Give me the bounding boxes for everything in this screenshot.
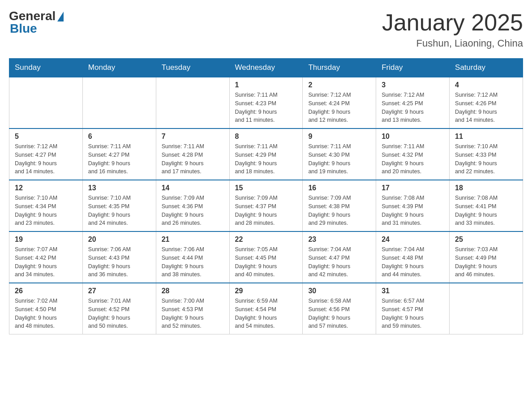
day-info: Sunrise: 7:06 AM Sunset: 4:43 PM Dayligh… [88,245,150,279]
calendar-day-cell [9,77,83,128]
calendar-day-cell: 3Sunrise: 7:12 AM Sunset: 4:25 PM Daylig… [376,77,450,128]
calendar-day-cell: 10Sunrise: 7:11 AM Sunset: 4:32 PM Dayli… [376,128,450,180]
calendar-day-cell: 14Sunrise: 7:09 AM Sunset: 4:36 PM Dayli… [156,180,229,231]
day-info: Sunrise: 7:04 AM Sunset: 4:47 PM Dayligh… [308,245,370,279]
calendar-day-cell: 7Sunrise: 7:11 AM Sunset: 4:28 PM Daylig… [156,128,229,180]
day-info: Sunrise: 7:02 AM Sunset: 4:50 PM Dayligh… [15,297,77,330]
day-info: Sunrise: 7:11 AM Sunset: 4:29 PM Dayligh… [235,142,297,176]
calendar-day-cell: 6Sunrise: 7:11 AM Sunset: 4:27 PM Daylig… [82,128,156,180]
day-info: Sunrise: 7:09 AM Sunset: 4:37 PM Dayligh… [235,194,297,227]
day-number: 19 [15,235,77,244]
day-number: 12 [15,184,77,192]
column-header-wednesday: Wednesday [229,59,303,77]
column-header-thursday: Thursday [303,59,376,77]
calendar-day-cell: 19Sunrise: 7:07 AM Sunset: 4:42 PM Dayli… [9,231,83,283]
day-info: Sunrise: 6:58 AM Sunset: 4:56 PM Dayligh… [308,297,370,330]
day-info: Sunrise: 7:06 AM Sunset: 4:44 PM Dayligh… [162,245,224,279]
day-info: Sunrise: 7:10 AM Sunset: 4:33 PM Dayligh… [455,142,517,176]
day-info: Sunrise: 7:08 AM Sunset: 4:41 PM Dayligh… [455,194,517,227]
day-info: Sunrise: 7:12 AM Sunset: 4:24 PM Dayligh… [308,91,370,124]
day-number: 1 [235,81,297,89]
day-info: Sunrise: 7:11 AM Sunset: 4:32 PM Dayligh… [382,142,444,176]
day-number: 20 [88,235,150,244]
day-number: 21 [162,235,224,244]
day-number: 17 [382,184,444,192]
day-number: 29 [235,287,297,295]
calendar-day-cell: 31Sunrise: 6:57 AM Sunset: 4:57 PM Dayli… [376,283,450,334]
title-block: January 2025 Fushun, Liaoning, China [382,9,523,49]
day-number: 4 [455,81,517,89]
day-info: Sunrise: 7:08 AM Sunset: 4:39 PM Dayligh… [382,194,444,227]
column-header-monday: Monday [82,59,156,77]
day-info: Sunrise: 7:11 AM Sunset: 4:27 PM Dayligh… [88,142,150,176]
day-number: 25 [455,235,517,244]
day-info: Sunrise: 7:09 AM Sunset: 4:36 PM Dayligh… [162,194,224,227]
calendar-day-cell: 5Sunrise: 7:12 AM Sunset: 4:27 PM Daylig… [9,128,83,180]
day-info: Sunrise: 7:10 AM Sunset: 4:34 PM Dayligh… [15,194,77,227]
day-info: Sunrise: 7:11 AM Sunset: 4:28 PM Dayligh… [162,142,224,176]
logo-triangle-icon [57,12,64,21]
column-header-saturday: Saturday [450,59,523,77]
logo-blue-text: Blue [9,21,37,36]
calendar-day-cell: 17Sunrise: 7:08 AM Sunset: 4:39 PM Dayli… [376,180,450,231]
day-number: 28 [162,287,224,295]
day-number: 27 [88,287,150,295]
calendar-day-cell: 23Sunrise: 7:04 AM Sunset: 4:47 PM Dayli… [303,231,376,283]
calendar-day-cell: 22Sunrise: 7:05 AM Sunset: 4:45 PM Dayli… [229,231,303,283]
day-info: Sunrise: 6:59 AM Sunset: 4:54 PM Dayligh… [235,297,297,330]
day-info: Sunrise: 7:11 AM Sunset: 4:23 PM Dayligh… [235,91,297,124]
calendar-day-cell: 30Sunrise: 6:58 AM Sunset: 4:56 PM Dayli… [303,283,376,334]
calendar-day-cell: 8Sunrise: 7:11 AM Sunset: 4:29 PM Daylig… [229,128,303,180]
calendar-day-cell: 28Sunrise: 7:00 AM Sunset: 4:53 PM Dayli… [156,283,229,334]
calendar-week-row: 19Sunrise: 7:07 AM Sunset: 4:42 PM Dayli… [9,231,523,283]
calendar-day-cell: 13Sunrise: 7:10 AM Sunset: 4:35 PM Dayli… [82,180,156,231]
calendar-day-cell: 29Sunrise: 6:59 AM Sunset: 4:54 PM Dayli… [229,283,303,334]
calendar-week-row: 5Sunrise: 7:12 AM Sunset: 4:27 PM Daylig… [9,128,523,180]
column-header-sunday: Sunday [9,59,83,77]
day-info: Sunrise: 7:12 AM Sunset: 4:27 PM Dayligh… [15,142,77,176]
day-number: 16 [308,184,370,192]
calendar-subtitle: Fushun, Liaoning, China [382,38,523,49]
calendar-day-cell: 1Sunrise: 7:11 AM Sunset: 4:23 PM Daylig… [229,77,303,128]
calendar-day-cell: 18Sunrise: 7:08 AM Sunset: 4:41 PM Dayli… [450,180,523,231]
calendar-day-cell: 12Sunrise: 7:10 AM Sunset: 4:34 PM Dayli… [9,180,83,231]
calendar-day-cell: 9Sunrise: 7:11 AM Sunset: 4:30 PM Daylig… [303,128,376,180]
day-number: 14 [162,184,224,192]
calendar-day-cell [156,77,229,128]
day-number: 18 [455,184,517,192]
day-info: Sunrise: 7:12 AM Sunset: 4:25 PM Dayligh… [382,91,444,124]
calendar-day-cell: 2Sunrise: 7:12 AM Sunset: 4:24 PM Daylig… [303,77,376,128]
calendar-day-cell [450,283,523,334]
day-number: 30 [308,287,370,295]
day-info: Sunrise: 7:12 AM Sunset: 4:26 PM Dayligh… [455,91,517,124]
day-number: 6 [88,133,150,141]
day-info: Sunrise: 6:57 AM Sunset: 4:57 PM Dayligh… [382,297,444,330]
day-info: Sunrise: 7:11 AM Sunset: 4:30 PM Dayligh… [308,142,370,176]
day-number: 7 [162,133,224,141]
day-number: 3 [382,81,444,89]
calendar-header-row: SundayMondayTuesdayWednesdayThursdayFrid… [9,59,523,77]
day-info: Sunrise: 7:04 AM Sunset: 4:48 PM Dayligh… [382,245,444,279]
day-number: 23 [308,235,370,244]
day-number: 10 [382,133,444,141]
day-number: 13 [88,184,150,192]
day-info: Sunrise: 7:03 AM Sunset: 4:49 PM Dayligh… [455,245,517,279]
calendar-table: SundayMondayTuesdayWednesdayThursdayFrid… [9,58,523,334]
day-info: Sunrise: 7:10 AM Sunset: 4:35 PM Dayligh… [88,194,150,227]
calendar-day-cell: 20Sunrise: 7:06 AM Sunset: 4:43 PM Dayli… [82,231,156,283]
day-number: 2 [308,81,370,89]
day-info: Sunrise: 7:05 AM Sunset: 4:45 PM Dayligh… [235,245,297,279]
calendar-day-cell: 11Sunrise: 7:10 AM Sunset: 4:33 PM Dayli… [450,128,523,180]
logo: General Blue [9,9,64,36]
calendar-week-row: 12Sunrise: 7:10 AM Sunset: 4:34 PM Dayli… [9,180,523,231]
day-number: 31 [382,287,444,295]
page-header: General Blue January 2025 Fushun, Liaoni… [9,9,523,49]
day-info: Sunrise: 7:07 AM Sunset: 4:42 PM Dayligh… [15,245,77,279]
day-number: 11 [455,133,517,141]
calendar-day-cell: 21Sunrise: 7:06 AM Sunset: 4:44 PM Dayli… [156,231,229,283]
day-info: Sunrise: 7:00 AM Sunset: 4:53 PM Dayligh… [162,297,224,330]
column-header-friday: Friday [376,59,450,77]
calendar-day-cell: 26Sunrise: 7:02 AM Sunset: 4:50 PM Dayli… [9,283,83,334]
calendar-week-row: 1Sunrise: 7:11 AM Sunset: 4:23 PM Daylig… [9,77,523,128]
calendar-day-cell: 27Sunrise: 7:01 AM Sunset: 4:52 PM Dayli… [82,283,156,334]
